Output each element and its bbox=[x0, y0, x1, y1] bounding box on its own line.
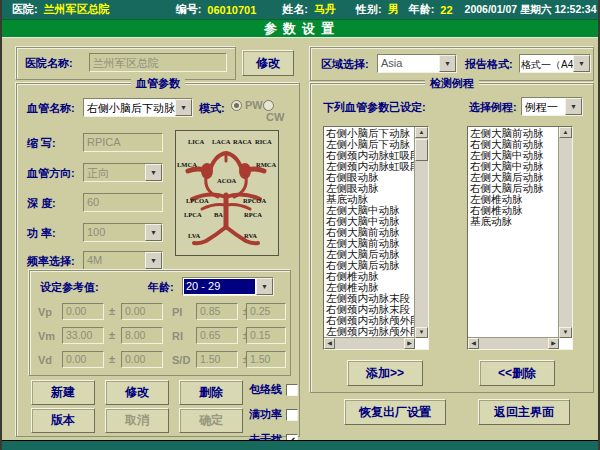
report-format-value: 格式一（A4） bbox=[520, 55, 573, 72]
param-field: 0.00 bbox=[121, 303, 163, 320]
age-range-combo[interactable]: 20 - 29 ▼ bbox=[182, 277, 274, 296]
mode-label: 模式: bbox=[199, 101, 225, 116]
mode-cw-radio: CW bbox=[263, 98, 299, 123]
ref-values-label: 设定参考值: bbox=[40, 280, 99, 295]
chevron-down-icon[interactable]: ▼ bbox=[256, 278, 273, 295]
param-field: 0.00 bbox=[121, 351, 163, 368]
routine-combo[interactable]: 例程一 ▼ bbox=[521, 97, 583, 116]
scroll-up-icon[interactable]: ▲ bbox=[415, 127, 428, 138]
checkbox-icon[interactable] bbox=[286, 384, 298, 396]
plus-minus: ± bbox=[109, 329, 115, 341]
id-label: 编号: bbox=[176, 2, 202, 17]
param-field: 0.65 bbox=[196, 327, 238, 344]
fullpower-checkbox-row[interactable]: 满功率 bbox=[249, 407, 298, 422]
scroll-down-icon[interactable]: ▼ bbox=[415, 327, 428, 338]
add-button[interactable]: 添加>> bbox=[347, 360, 423, 386]
list-item[interactable]: 基底动脉 bbox=[470, 216, 558, 227]
vessel-name-combo[interactable]: 右侧小脑后下动脉 ▼ bbox=[83, 98, 193, 117]
gender-value: 男 bbox=[388, 2, 399, 17]
remove-button[interactable]: <<删除 bbox=[479, 360, 555, 386]
region-combo[interactable]: Asia ▼ bbox=[377, 54, 457, 73]
hospital-label: 医院: bbox=[12, 2, 38, 17]
vertical-scrollbar[interactable]: ▲ ▼ bbox=[414, 127, 428, 338]
artery-label: LPCOA bbox=[186, 197, 209, 204]
datetime: 2006/01/07 星期六 12:52:34 bbox=[465, 3, 597, 17]
plus-minus: ± bbox=[109, 305, 115, 317]
scroll-right-icon[interactable]: ▶ bbox=[404, 338, 415, 349]
vessel-name-label: 血管名称: bbox=[27, 101, 75, 116]
factory-reset-button[interactable]: 恢复出厂设置 bbox=[344, 399, 446, 425]
chevron-down-icon: ▼ bbox=[145, 164, 162, 181]
available-vessels-items: 右侧小脑后下动脉左侧小脑后下动脉右侧颈内动脉虹吸段左侧颈内动脉虹吸段右侧眼动脉左… bbox=[326, 128, 414, 337]
vessel-params-group: 血管参数 血管名称: 右侧小脑后下动脉 ▼ 模式: PW CW 缩 写: RPI… bbox=[16, 83, 300, 437]
back-to-main-button[interactable]: 返回主界面 bbox=[478, 399, 570, 425]
scroll-down-icon[interactable]: ▼ bbox=[559, 327, 572, 338]
delete-button[interactable]: 删除 bbox=[179, 380, 243, 405]
routine-value: 例程一 bbox=[522, 98, 565, 115]
chevron-down-icon: ▼ bbox=[145, 252, 162, 269]
horizontal-scrollbar[interactable]: ◀ ▶ bbox=[468, 337, 559, 349]
radio-pw-icon bbox=[231, 100, 242, 111]
chevron-down-icon[interactable]: ▼ bbox=[175, 99, 192, 116]
scroll-thumb[interactable] bbox=[415, 139, 428, 161]
vessel-group-caption: 血管参数 bbox=[131, 76, 185, 91]
freq-label: 频率选择: bbox=[27, 254, 75, 269]
param-name: Vp bbox=[38, 306, 52, 318]
param-field: 0.85 bbox=[196, 303, 238, 320]
detection-routine-group: 检测例程 下列血管参数已设定: 选择例程: 例程一 ▼ 右侧小脑后下动脉左侧小脑… bbox=[310, 83, 594, 393]
report-format-label: 报告格式: bbox=[465, 57, 513, 72]
horizontal-scrollbar[interactable]: ◀ ▶ bbox=[324, 337, 415, 349]
scroll-left-icon[interactable]: ◀ bbox=[324, 338, 335, 349]
artery-label: RPCOA bbox=[243, 197, 266, 204]
freq-combo: 4M ▼ bbox=[83, 251, 163, 270]
depth-label: 深 度: bbox=[27, 196, 56, 211]
available-vessels-list[interactable]: 右侧小脑后下动脉左侧小脑后下动脉右侧颈内动脉虹吸段左侧颈内动脉虹吸段右侧眼动脉左… bbox=[323, 126, 429, 350]
age-value: 22 bbox=[440, 4, 452, 16]
name-label: 姓名: bbox=[282, 2, 308, 17]
chevron-down-icon[interactable]: ▼ bbox=[439, 55, 456, 72]
artery-label: RICA bbox=[255, 138, 272, 145]
routine-group-caption: 检测例程 bbox=[425, 76, 479, 91]
artery-label: ACOA bbox=[217, 177, 236, 184]
direction-label: 血管方向: bbox=[27, 166, 75, 181]
content-area: 医院名称: 兰州军区总院 修改 血管参数 血管名称: 右侧小脑后下动脉 ▼ 模式… bbox=[2, 37, 598, 442]
hospital-name-label: 医院名称: bbox=[25, 56, 73, 71]
page-title: 参数设置 bbox=[2, 20, 600, 37]
power-combo: 100 ▼ bbox=[83, 223, 163, 242]
routine-select-label: 选择例程: bbox=[469, 100, 517, 115]
circle-of-willis-diagram: LICA LACA RACA RICA LMCA ACOA RMCA LPCOA… bbox=[175, 130, 279, 256]
param-name: PI bbox=[172, 306, 182, 318]
chevron-down-icon[interactable]: ▼ bbox=[573, 55, 590, 72]
chevron-down-icon: ▼ bbox=[145, 224, 162, 241]
radio-cw-icon bbox=[263, 100, 274, 111]
version-button[interactable]: 版本 bbox=[31, 408, 95, 433]
scroll-left-icon[interactable]: ◀ bbox=[468, 338, 479, 349]
checkbox-icon[interactable] bbox=[286, 409, 298, 421]
envelope-checkbox-row[interactable]: 包络线 bbox=[249, 382, 298, 397]
param-name: Vd bbox=[38, 354, 52, 366]
report-format-combo[interactable]: 格式一（A4） ▼ bbox=[519, 54, 591, 73]
vertical-scrollbar[interactable]: ▲ ▼ bbox=[558, 127, 572, 338]
bottom-strip bbox=[2, 440, 600, 450]
abbr-field: RPICA bbox=[83, 133, 163, 152]
patient-info-bar: 医院: 兰州军区总院 编号: 06010701 姓名: 马丹 性别: 男 年龄:… bbox=[2, 0, 600, 20]
set-params-label: 下列血管参数已设定: bbox=[323, 100, 426, 115]
artery-label: LPCA bbox=[184, 211, 202, 218]
routine-vessels-list[interactable]: 左侧大脑前动脉右侧大脑前动脉左侧大脑中动脉右侧大脑中动脉左侧大脑后动脉右侧大脑后… bbox=[467, 126, 573, 350]
envelope-label: 包络线 bbox=[249, 382, 282, 397]
modify-button[interactable]: 修改 bbox=[105, 380, 169, 405]
param-name: RI bbox=[172, 330, 183, 342]
artery-label: RPCA bbox=[244, 211, 262, 218]
scroll-up-icon[interactable]: ▲ bbox=[559, 127, 572, 138]
param-row-vp: Vp 0.00 ± 0.00 PI 0.85 ± 0.25 bbox=[30, 303, 290, 321]
chevron-down-icon[interactable]: ▼ bbox=[565, 98, 582, 115]
param-field: 1.50 bbox=[196, 351, 238, 368]
param-name: Vm bbox=[38, 330, 55, 342]
vessel-name-value: 右侧小脑后下动脉 bbox=[84, 99, 175, 116]
new-button[interactable]: 新建 bbox=[31, 380, 95, 405]
param-field: 33.00 bbox=[62, 327, 104, 344]
reference-values-box: 设定参考值: 年龄: 20 - 29 ▼ Vp 0.00 ± 0.00 PI 0… bbox=[29, 270, 291, 376]
modify-hospital-button[interactable]: 修改 bbox=[242, 50, 294, 76]
region-label: 区域选择: bbox=[321, 57, 369, 72]
scroll-right-icon[interactable]: ▶ bbox=[548, 338, 559, 349]
